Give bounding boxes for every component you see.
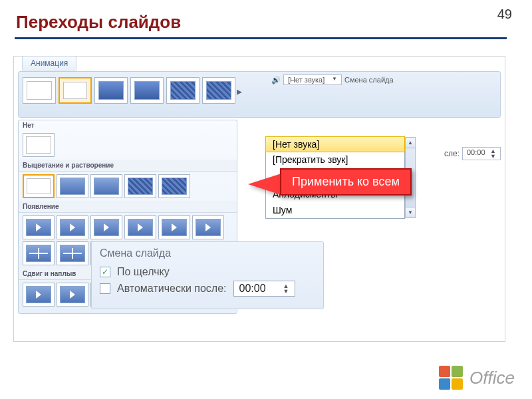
screenshot-container: Анимация ▸ 🔊 [Нет звука] ▼ Смена слайда … — [13, 56, 505, 342]
sound-dropdown-value: [Нет звука] — [288, 76, 325, 84]
auto-after-checkbox[interactable] — [100, 283, 110, 294]
gallery-thumb[interactable] — [90, 174, 122, 198]
gallery-thumb[interactable] — [90, 215, 122, 239]
transition-thumb-cut[interactable] — [130, 77, 164, 104]
sound-option[interactable]: Шум — [266, 202, 404, 218]
ribbon-advance-group: 🔊 [Нет звука] ▼ Смена слайда — [271, 74, 394, 85]
gallery-appear-header: Появление — [19, 201, 237, 213]
title-underline — [15, 37, 507, 39]
gallery-thumb[interactable] — [57, 215, 88, 239]
ribbon-transitions: ▸ 🔊 [Нет звука] ▼ Смена слайда — [18, 71, 501, 118]
after-time-value: 00:00 — [467, 148, 485, 159]
spinner-icon[interactable]: ▲▼ — [283, 283, 289, 294]
transition-thumb-none[interactable] — [23, 77, 56, 104]
gallery-thumb[interactable] — [23, 283, 55, 307]
sound-option[interactable]: [Нет звука] — [265, 136, 405, 152]
gallery-thumb[interactable] — [57, 241, 88, 265]
on-click-label: По щелчку — [117, 266, 170, 278]
on-click-checkbox[interactable]: ✓ — [100, 267, 110, 277]
gallery-thumb[interactable] — [124, 174, 156, 198]
transition-thumb-fade[interactable] — [94, 77, 128, 104]
gallery-thumb[interactable] — [23, 133, 55, 157]
gallery-thumb[interactable] — [23, 241, 55, 265]
advance-slide-panel: Смена слайда ✓ По щелчку Автоматически п… — [91, 241, 324, 309]
transition-thumb-selected[interactable] — [59, 77, 92, 104]
after-time-input[interactable]: 00:00 ▲▼ — [462, 147, 501, 160]
gallery-thumb[interactable] — [124, 215, 156, 239]
gallery-thumb[interactable] — [57, 283, 88, 307]
panel-title: Смена слайда — [100, 247, 315, 259]
gallery-thumb[interactable] — [23, 215, 55, 239]
apply-to-all-callout: Применить ко всем — [280, 168, 412, 196]
gallery-thumb[interactable] — [23, 174, 55, 198]
transition-thumb-through-black[interactable] — [202, 77, 235, 104]
smena-label: Смена слайда — [344, 76, 394, 84]
ribbon-after-row: сле: 00:00 ▲▼ — [444, 147, 501, 160]
gallery-thumb[interactable] — [158, 174, 190, 198]
auto-after-time-value: 00:00 — [239, 283, 266, 295]
office-logo-text: Office — [469, 368, 515, 388]
gallery-expand-icon[interactable]: ▸ — [237, 85, 243, 94]
page-number: 49 — [497, 7, 512, 22]
auto-after-label: Автоматически после: — [117, 283, 227, 295]
office-flag-icon — [439, 366, 463, 390]
transition-quick-gallery: ▸ — [23, 77, 235, 104]
auto-after-time-input[interactable]: 00:00 ▲▼ — [233, 281, 295, 297]
gallery-thumb[interactable] — [57, 174, 88, 198]
sound-option[interactable]: [Прекратить звук] — [266, 152, 404, 168]
scroll-up-icon[interactable]: ▲ — [406, 138, 415, 148]
callout-arrow-icon — [248, 174, 281, 195]
tab-animation[interactable]: Анимация — [22, 56, 76, 70]
gallery-thumb[interactable] — [158, 215, 190, 239]
slide-title: Переходы слайдов — [16, 12, 181, 33]
gallery-fade-header: Выцветание и растворение — [19, 160, 237, 172]
chevron-down-icon: ▼ — [332, 76, 337, 84]
sound-dropdown[interactable]: [Нет звука] ▼ — [283, 74, 342, 85]
gallery-none-label: Нет — [19, 120, 237, 130]
gallery-thumb[interactable] — [192, 215, 224, 239]
spinner-icon[interactable]: ▲▼ — [490, 148, 496, 159]
after-label: сле: — [444, 149, 460, 158]
transition-thumb-dissolve[interactable] — [166, 77, 200, 104]
scroll-down-icon[interactable]: ▼ — [406, 207, 415, 217]
office-logo: Office — [439, 366, 515, 390]
sound-icon: 🔊 — [271, 76, 281, 84]
